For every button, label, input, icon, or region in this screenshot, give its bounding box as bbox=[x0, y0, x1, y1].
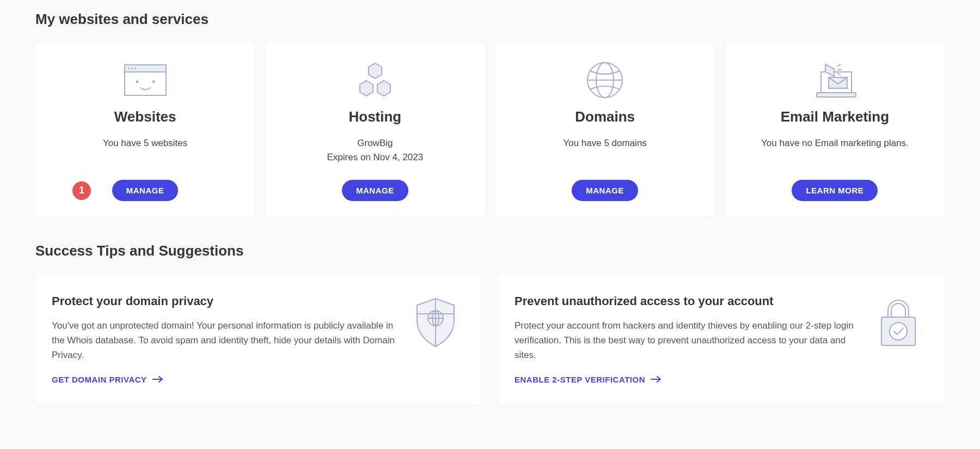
domains-card-desc: You have 5 domains bbox=[563, 136, 646, 150]
hosting-expiry: Expires on Nov 4, 2023 bbox=[327, 152, 424, 162]
arrow-right-icon bbox=[651, 376, 661, 383]
email-marketing-card-title: Email Marketing bbox=[781, 108, 889, 125]
websites-card-desc: You have 5 websites bbox=[103, 136, 187, 150]
svg-line-16 bbox=[837, 64, 841, 66]
websites-card-title: Websites bbox=[114, 108, 176, 125]
hosting-card: Hosting GrowBig Expires on Nov 4, 2023 M… bbox=[265, 43, 485, 216]
websites-manage-button[interactable]: MANAGE bbox=[112, 180, 179, 201]
svg-marker-9 bbox=[377, 81, 390, 96]
svg-point-2 bbox=[128, 68, 130, 69]
svg-point-25 bbox=[890, 323, 907, 340]
websites-card: Websites You have 5 websites 1 MANAGE bbox=[35, 43, 255, 216]
arrow-right-icon bbox=[152, 376, 163, 383]
email-marketing-card-desc: You have no Email marketing plans. bbox=[761, 136, 909, 150]
domains-card: Domains You have 5 domains MANAGE bbox=[495, 43, 715, 216]
browser-window-icon bbox=[124, 58, 167, 102]
two-step-tip-card: Prevent unauthorized access to your acco… bbox=[498, 275, 945, 404]
tips-section-title: Success Tips and Suggestions bbox=[35, 242, 945, 259]
two-step-tip-desc: Protect your account from hackers and id… bbox=[514, 318, 857, 363]
hexagons-icon bbox=[356, 58, 394, 102]
enable-two-step-link[interactable]: ENABLE 2-STEP VERIFICATION bbox=[514, 375, 661, 384]
get-domain-privacy-link[interactable]: GET DOMAIN PRIVACY bbox=[52, 375, 163, 384]
tips-row: Protect your domain privacy You've got a… bbox=[35, 275, 945, 404]
svg-marker-7 bbox=[369, 63, 382, 78]
globe-icon bbox=[586, 58, 624, 102]
svg-marker-8 bbox=[360, 81, 373, 96]
shield-globe-icon bbox=[411, 294, 460, 349]
svg-rect-1 bbox=[125, 65, 166, 72]
services-cards-row: Websites You have 5 websites 1 MANAGE Ho… bbox=[35, 43, 945, 216]
two-step-tip-title: Prevent unauthorized access to your acco… bbox=[514, 294, 857, 308]
domains-card-title: Domains bbox=[575, 108, 635, 125]
enable-two-step-link-label: ENABLE 2-STEP VERIFICATION bbox=[514, 375, 645, 384]
svg-point-5 bbox=[136, 81, 138, 83]
domains-manage-button[interactable]: MANAGE bbox=[572, 180, 638, 201]
websites-notification-badge: 1 bbox=[72, 181, 91, 200]
services-section-title: My websites and services bbox=[35, 11, 945, 28]
domain-privacy-tip-title: Protect your domain privacy bbox=[52, 294, 395, 308]
svg-point-3 bbox=[131, 68, 133, 69]
hosting-manage-button[interactable]: MANAGE bbox=[342, 180, 408, 201]
svg-point-4 bbox=[134, 68, 136, 69]
get-domain-privacy-link-label: GET DOMAIN PRIVACY bbox=[52, 375, 147, 384]
domain-privacy-tip-card: Protect your domain privacy You've got a… bbox=[35, 275, 482, 404]
email-marketing-learn-more-button[interactable]: LEARN MORE bbox=[792, 180, 878, 201]
email-marketing-card: Email Marketing You have no Email market… bbox=[725, 43, 945, 216]
hosting-plan-name: GrowBig bbox=[357, 138, 393, 148]
svg-rect-14 bbox=[817, 93, 856, 97]
svg-point-6 bbox=[152, 81, 155, 83]
padlock-check-icon bbox=[874, 294, 923, 349]
hosting-card-title: Hosting bbox=[348, 108, 401, 125]
megaphone-laptop-icon bbox=[810, 58, 859, 102]
domain-privacy-tip-desc: You've got an unprotected domain! Your p… bbox=[52, 318, 395, 363]
hosting-card-desc: GrowBig Expires on Nov 4, 2023 bbox=[327, 136, 424, 165]
